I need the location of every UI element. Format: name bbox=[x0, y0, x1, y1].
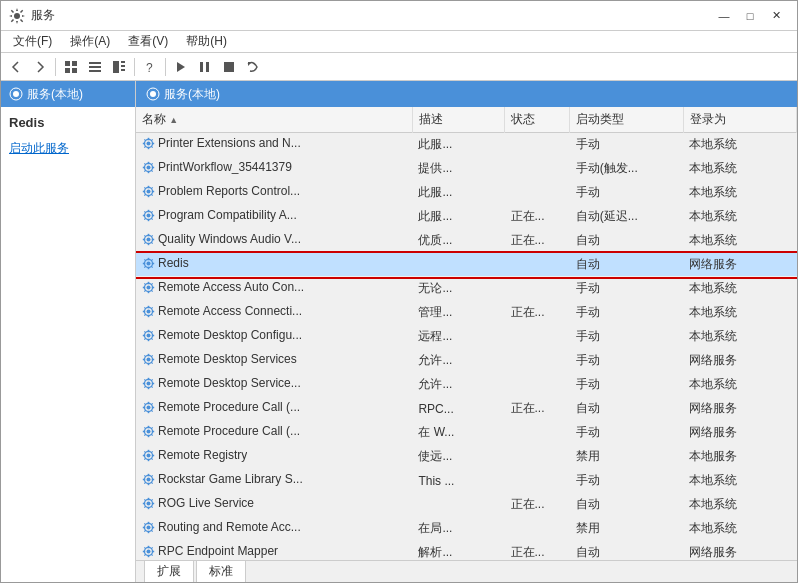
toolbar-forward[interactable] bbox=[29, 56, 51, 78]
cell-desc: 优质... bbox=[412, 229, 504, 253]
toolbar-view2[interactable] bbox=[84, 56, 106, 78]
svg-line-138 bbox=[144, 410, 146, 412]
col-header-desc[interactable]: 描述 bbox=[412, 107, 504, 133]
cell-status: 正在... bbox=[505, 493, 570, 517]
panel-header: 服务(本地) bbox=[136, 81, 797, 107]
cell-name: Remote Desktop Service... bbox=[136, 373, 412, 397]
table-row[interactable]: Program Compatibility A... 此服...正在...自动(… bbox=[136, 205, 797, 229]
svg-line-148 bbox=[144, 434, 146, 436]
svg-line-167 bbox=[151, 482, 153, 484]
window-icon bbox=[9, 8, 25, 24]
view3-icon bbox=[112, 60, 126, 74]
svg-line-177 bbox=[151, 506, 153, 508]
table-row[interactable]: Remote Access Connecti... 管理...正在...手动本地… bbox=[136, 301, 797, 325]
tab-standard[interactable]: 标准 bbox=[196, 560, 246, 582]
menu-help[interactable]: 帮助(H) bbox=[178, 31, 235, 52]
table-row[interactable]: RPC Endpoint Mapper 解析...正在...自动网络服务 bbox=[136, 541, 797, 561]
sidebar-content: Redis 启动此服务 bbox=[1, 107, 135, 582]
col-header-name[interactable]: 名称 ▲ bbox=[136, 107, 412, 133]
table-row[interactable]: Rockstar Game Library S... This ...手动本地系… bbox=[136, 469, 797, 493]
toolbar-help[interactable]: ? bbox=[139, 56, 161, 78]
cell-login: 本地系统 bbox=[683, 181, 796, 205]
table-row[interactable]: Remote Desktop Service... 允许...手动本地系统 bbox=[136, 373, 797, 397]
table-row[interactable]: Remote Registry 使远...禁用本地服务 bbox=[136, 445, 797, 469]
table-row[interactable]: Remote Desktop Configu... 远程...手动本地系统 bbox=[136, 325, 797, 349]
table-row[interactable]: PrintWorkflow_35441379 提供...手动(触发...本地系统 bbox=[136, 157, 797, 181]
table-row[interactable]: Problem Reports Control... 此服...手动本地系统 bbox=[136, 181, 797, 205]
svg-line-127 bbox=[151, 386, 153, 388]
svg-line-39 bbox=[151, 163, 153, 165]
svg-line-106 bbox=[144, 331, 146, 333]
menu-bar: 文件(F) 操作(A) 查看(V) 帮助(H) bbox=[1, 31, 797, 53]
table-row[interactable]: Remote Desktop Services 允许...手动网络服务 bbox=[136, 349, 797, 373]
col-header-status[interactable]: 状态 bbox=[505, 107, 570, 133]
svg-line-157 bbox=[151, 458, 153, 460]
svg-line-186 bbox=[144, 523, 146, 525]
close-button[interactable]: ✕ bbox=[763, 6, 789, 26]
sidebar: 服务(本地) Redis 启动此服务 bbox=[1, 81, 136, 582]
tab-expand[interactable]: 扩展 bbox=[144, 560, 194, 582]
cell-name: Problem Reports Control... bbox=[136, 181, 412, 205]
minimize-button[interactable]: — bbox=[711, 6, 737, 26]
svg-line-176 bbox=[144, 499, 146, 501]
maximize-button[interactable]: □ bbox=[737, 6, 763, 26]
toolbar-pause[interactable] bbox=[194, 56, 216, 78]
svg-line-57 bbox=[151, 218, 153, 220]
cell-desc: 此服... bbox=[412, 133, 504, 157]
svg-point-130 bbox=[146, 405, 150, 409]
cell-login: 本地系统 bbox=[683, 277, 796, 301]
table-row[interactable]: ROG Live Service 正在...自动本地系统 bbox=[136, 493, 797, 517]
cell-desc: 在 W... bbox=[412, 421, 504, 445]
toolbar-view3[interactable] bbox=[108, 56, 130, 78]
svg-rect-15 bbox=[224, 62, 234, 72]
table-row[interactable]: Routing and Remote Acc... 在局...禁用本地系统 bbox=[136, 517, 797, 541]
cell-startup: 自动 bbox=[570, 253, 683, 277]
toolbar-back[interactable] bbox=[5, 56, 27, 78]
svg-point-190 bbox=[146, 549, 150, 553]
cell-login: 网络服务 bbox=[683, 253, 796, 277]
svg-text:?: ? bbox=[146, 61, 153, 74]
table-row[interactable]: Quality Windows Audio V... 优质...正在...自动本… bbox=[136, 229, 797, 253]
toolbar-restart[interactable] bbox=[242, 56, 264, 78]
svg-line-47 bbox=[151, 194, 153, 196]
cell-desc: 管理... bbox=[412, 301, 504, 325]
view1-icon bbox=[64, 60, 78, 74]
svg-rect-9 bbox=[121, 61, 125, 63]
cell-startup: 手动 bbox=[570, 421, 683, 445]
toolbar: ? bbox=[1, 53, 797, 81]
table-row[interactable]: Remote Procedure Call (... RPC...正在...自动… bbox=[136, 397, 797, 421]
toolbar-play[interactable] bbox=[170, 56, 192, 78]
cell-startup: 手动 bbox=[570, 325, 683, 349]
back-icon bbox=[9, 60, 23, 74]
gear-icon bbox=[142, 497, 155, 510]
toolbar-stop[interactable] bbox=[218, 56, 240, 78]
table-row[interactable]: Remote Procedure Call (... 在 W...手动网络服务 bbox=[136, 421, 797, 445]
col-header-startup[interactable]: 启动类型 bbox=[570, 107, 683, 133]
menu-action[interactable]: 操作(A) bbox=[62, 31, 118, 52]
svg-line-126 bbox=[144, 379, 146, 381]
col-header-login[interactable]: 登录为 bbox=[683, 107, 796, 133]
toolbar-view1[interactable] bbox=[60, 56, 82, 78]
cell-login: 网络服务 bbox=[683, 397, 796, 421]
cell-desc: 提供... bbox=[412, 157, 504, 181]
sidebar-header-label: 服务(本地) bbox=[27, 86, 83, 103]
table-row[interactable]: Printer Extensions and N... 此服...手动本地系统 bbox=[136, 133, 797, 157]
svg-point-90 bbox=[146, 309, 150, 313]
sidebar-start-link[interactable]: 启动此服务 bbox=[9, 140, 127, 157]
svg-line-197 bbox=[151, 554, 153, 556]
cell-name: Quality Windows Audio V... bbox=[136, 229, 412, 253]
menu-file[interactable]: 文件(F) bbox=[5, 31, 60, 52]
svg-line-37 bbox=[151, 170, 153, 172]
services-table[interactable]: 名称 ▲ 描述 状态 启动类型 登录为 bbox=[136, 107, 797, 560]
svg-point-20 bbox=[146, 141, 150, 145]
table-row[interactable]: Remote Access Auto Con... 无论...手动本地系统 bbox=[136, 277, 797, 301]
cell-status bbox=[505, 349, 570, 373]
menu-view[interactable]: 查看(V) bbox=[120, 31, 176, 52]
svg-rect-10 bbox=[121, 65, 125, 67]
services-list: 名称 ▲ 描述 状态 启动类型 登录为 bbox=[136, 107, 797, 560]
svg-line-69 bbox=[151, 235, 153, 237]
table-row[interactable]: Redis 自动网络服务 bbox=[136, 253, 797, 277]
svg-line-108 bbox=[144, 338, 146, 340]
cell-status bbox=[505, 325, 570, 349]
svg-line-199 bbox=[151, 547, 153, 549]
